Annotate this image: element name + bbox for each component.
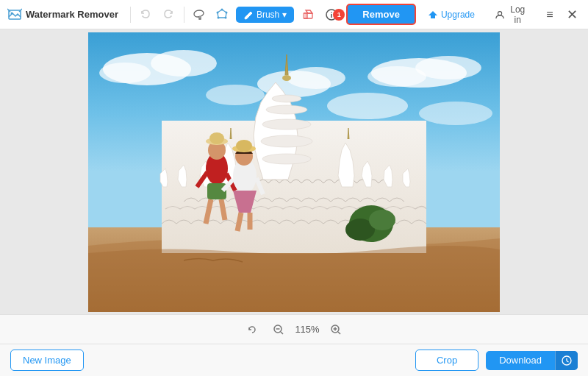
brush-tool-button[interactable]: Brush ▾: [236, 7, 294, 23]
download-dropdown-button[interactable]: [555, 351, 578, 370]
svg-point-27: [282, 75, 291, 81]
close-button[interactable]: ✕: [564, 5, 581, 24]
svg-point-29: [266, 105, 307, 114]
eraser-tool-button[interactable]: [298, 4, 317, 25]
svg-point-23: [206, 85, 265, 105]
svg-point-30: [262, 119, 311, 130]
svg-point-24: [419, 102, 492, 125]
menu-button[interactable]: ≡: [541, 5, 558, 24]
svg-line-62: [567, 361, 569, 362]
main-image: [88, 32, 500, 312]
rotate-icon: [246, 324, 258, 336]
redo-button[interactable]: [159, 4, 178, 25]
svg-line-49: [237, 213, 241, 231]
rotate-button[interactable]: [242, 319, 262, 340]
app-title: Watermark Remover: [26, 9, 118, 20]
svg-line-59: [338, 332, 340, 334]
polygon-tool-button[interactable]: [213, 4, 232, 25]
zoom-out-button[interactable]: [268, 319, 289, 340]
svg-point-21: [368, 66, 426, 87]
image-canvas[interactable]: [88, 32, 500, 312]
crop-button[interactable]: Crop: [415, 350, 478, 371]
svg-point-16: [99, 63, 151, 83]
svg-point-1: [11, 12, 13, 14]
zoom-controls: 115%: [242, 319, 345, 340]
login-button[interactable]: Log in: [488, 1, 535, 28]
clock-icon: [562, 355, 572, 366]
svg-point-5: [218, 16, 220, 18]
footer-right: Crop Download: [415, 350, 578, 371]
undo-icon: [140, 9, 151, 21]
upgrade-label: Upgrade: [441, 10, 475, 20]
notification-badge: 1: [333, 9, 345, 21]
toolbar-divider-2: [184, 7, 184, 23]
zoom-in-icon: [330, 324, 342, 336]
zoom-out-icon: [273, 324, 284, 336]
svg-point-31: [261, 135, 312, 147]
notification-wrap: 1: [321, 4, 342, 25]
brush-icon: [243, 10, 254, 20]
menu-icon: ≡: [546, 8, 553, 21]
svg-point-35: [369, 210, 395, 230]
remove-button[interactable]: Remove: [346, 4, 416, 25]
download-label: Download: [486, 351, 555, 370]
user-icon: [495, 10, 504, 20]
toolbar-right: Upgrade Log in ≡ ✕: [420, 1, 581, 28]
download-button-group: Download: [486, 351, 578, 370]
svg-point-39: [209, 132, 224, 144]
svg-point-18: [287, 67, 345, 89]
toolbar: Watermark Remover: [0, 0, 588, 29]
polygon-icon: [215, 8, 229, 21]
main-area: [0, 29, 588, 314]
brush-label: Brush: [257, 10, 279, 20]
download-main-button[interactable]: Download: [486, 355, 555, 366]
svg-point-6: [217, 11, 219, 13]
zoom-level: 115%: [295, 324, 319, 335]
svg-point-15: [151, 50, 217, 77]
upgrade-icon: [428, 10, 438, 20]
svg-point-22: [327, 93, 408, 119]
zoom-in-button[interactable]: [326, 319, 346, 340]
svg-point-11: [331, 12, 333, 13]
eraser-icon: [301, 8, 315, 21]
new-image-button[interactable]: New Image: [10, 350, 84, 371]
lasso-tool-button[interactable]: [190, 4, 209, 25]
lasso-icon: [193, 8, 206, 21]
close-icon: ✕: [567, 7, 578, 23]
app-logo: Watermark Remover: [7, 7, 118, 22]
svg-point-28: [272, 95, 301, 102]
login-label: Log in: [507, 4, 528, 25]
app-logo-icon: [7, 7, 22, 22]
svg-point-48: [236, 140, 252, 152]
undo-button[interactable]: [137, 4, 155, 25]
brush-dropdown-icon: ▾: [282, 10, 287, 20]
toolbar-divider-1: [130, 7, 131, 23]
svg-point-2: [221, 8, 223, 10]
svg-point-3: [226, 11, 228, 13]
footer-bar: New Image Crop Download: [0, 344, 588, 376]
svg-point-4: [225, 16, 227, 18]
upgrade-button[interactable]: Upgrade: [420, 7, 482, 23]
svg-line-55: [281, 332, 283, 334]
svg-line-42: [221, 199, 225, 220]
svg-point-32: [262, 154, 311, 164]
zoom-bar: 115%: [0, 314, 588, 344]
svg-point-12: [498, 11, 501, 15]
redo-icon: [162, 9, 174, 21]
